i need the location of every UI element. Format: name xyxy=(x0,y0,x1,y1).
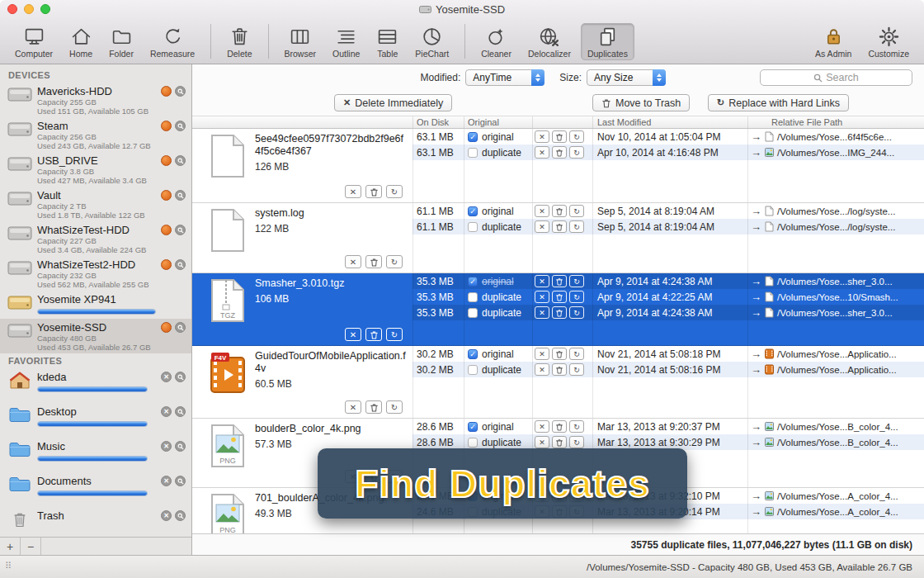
toolbar-item-delocalizer[interactable]: Delocalizer xyxy=(521,23,578,60)
group-hardlink-button[interactable]: ↻ xyxy=(386,400,403,414)
entry-hardlink-button[interactable]: ↻ xyxy=(569,205,584,217)
entry-hardlink-button[interactable]: ↻ xyxy=(569,220,584,233)
entry-trash-button[interactable] xyxy=(552,490,567,502)
group-hardlink-button[interactable]: ↻ xyxy=(386,328,403,341)
remove-badge[interactable]: ✕ xyxy=(161,372,172,382)
original-checkbox[interactable]: ✓ xyxy=(468,222,478,232)
duplicate-entry-row[interactable]: 35.3 MB ✓ duplicate ✕ ↻ Apr 9, 2014 at 4… xyxy=(412,289,924,305)
magnifier-badge[interactable] xyxy=(175,190,186,201)
remove-badge[interactable]: ✕ xyxy=(161,476,172,486)
entry-delete-button[interactable]: ✕ xyxy=(535,306,549,319)
magnifier-badge[interactable] xyxy=(175,406,186,417)
group-trash-button[interactable] xyxy=(365,255,382,268)
toolbar-item-browser[interactable]: Browser xyxy=(278,23,323,60)
entry-trash-button[interactable] xyxy=(552,275,567,287)
entry-trash-button[interactable] xyxy=(552,130,567,143)
busy-badge[interactable] xyxy=(161,155,172,166)
search-input[interactable]: Search xyxy=(760,69,912,86)
duplicate-entry-row[interactable]: 30.2 MB ✓ original ✕ ↻ Nov 21, 2014 at 5… xyxy=(412,346,924,362)
entry-trash-button[interactable] xyxy=(552,220,567,233)
entry-hardlink-button[interactable]: ↻ xyxy=(569,130,584,143)
original-checkbox[interactable]: ✓ xyxy=(468,507,478,517)
duplicate-group-row[interactable]: 63.1 MB ✓ original ✕ ↻ Nov 10, 2014 at 1… xyxy=(192,129,924,203)
group-delete-button[interactable]: ✕ xyxy=(345,328,361,341)
busy-badge[interactable] xyxy=(161,190,172,201)
remove-favorite-button[interactable]: − xyxy=(21,538,41,555)
remove-badge[interactable]: ✕ xyxy=(161,441,172,452)
entry-delete-button[interactable]: ✕ xyxy=(535,130,549,143)
busy-badge[interactable] xyxy=(161,225,172,235)
sidebar-favorite-documents[interactable]: Documents ✕ xyxy=(0,472,191,507)
entry-hardlink-button[interactable]: ↻ xyxy=(569,490,584,502)
duplicate-entry-row[interactable]: 35.3 MB ✓ original ✕ ↻ Apr 9, 2014 at 4:… xyxy=(412,273,924,289)
original-checkbox[interactable]: ✓ xyxy=(468,277,478,287)
sidebar-favorite-kdeda[interactable]: kdeda ✕ xyxy=(0,368,191,403)
add-favorite-button[interactable]: + xyxy=(0,538,21,555)
duplicate-entry-row[interactable]: 61.1 MB ✓ duplicate ✕ ↻ Sep 5, 2014 at 8… xyxy=(412,219,924,235)
entry-trash-button[interactable] xyxy=(552,291,567,303)
entry-delete-button[interactable]: ✕ xyxy=(535,436,549,448)
magnifier-badge[interactable] xyxy=(175,322,186,333)
entry-trash-button[interactable] xyxy=(552,306,567,319)
duplicate-entry-row[interactable]: 35.3 MB ✓ duplicate ✕ ↻ Apr 9, 2014 at 4… xyxy=(412,305,924,320)
duplicate-entry-row[interactable]: 30.2 MB ✓ duplicate ✕ ↻ Nov 21, 2014 at … xyxy=(412,362,924,377)
close-button[interactable] xyxy=(7,4,17,14)
duplicate-entry-row[interactable]: 24.6 MB ✓ original ✕ ↻ Mar 13, 2013 at 9… xyxy=(412,488,924,504)
toolbar-item-outline[interactable]: Outline xyxy=(326,23,366,60)
entry-hardlink-button[interactable]: ↻ xyxy=(569,146,584,159)
entry-trash-button[interactable] xyxy=(552,146,567,159)
original-checkbox[interactable]: ✓ xyxy=(468,292,478,302)
magnifier-badge[interactable] xyxy=(175,155,186,166)
magnifier-badge[interactable] xyxy=(175,441,186,452)
replace-with-hardlinks-button[interactable]: ↻ Replace with Hard Links xyxy=(708,94,849,111)
entry-delete-button[interactable]: ✕ xyxy=(535,490,549,502)
entry-delete-button[interactable]: ✕ xyxy=(535,505,549,518)
entry-hardlink-button[interactable]: ↻ xyxy=(569,420,584,433)
minimize-button[interactable] xyxy=(24,4,34,14)
group-trash-button[interactable] xyxy=(365,185,382,198)
toolbar-item-piechart[interactable]: PieChart xyxy=(408,23,455,60)
original-checkbox[interactable]: ✓ xyxy=(468,148,478,158)
original-checkbox[interactable]: ✓ xyxy=(468,308,478,318)
group-delete-button[interactable]: ✕ xyxy=(345,185,361,198)
duplicate-group-row[interactable]: 35.3 MB ✓ original ✕ ↻ Apr 9, 2014 at 4:… xyxy=(192,273,924,346)
original-checkbox[interactable]: ✓ xyxy=(468,206,478,216)
toolbar-item-cleaner[interactable]: Cleaner xyxy=(474,23,518,60)
entry-trash-button[interactable] xyxy=(552,436,567,448)
group-delete-button[interactable]: ✕ xyxy=(345,255,361,268)
busy-badge[interactable] xyxy=(161,259,172,270)
busy-badge[interactable] xyxy=(161,322,172,333)
sidebar-device-whatsizetest-hdd[interactable]: WhatSizeTest-HDD Capacity 227 GB Used 3.… xyxy=(0,221,191,256)
resize-grip[interactable]: ⠿ xyxy=(5,561,12,571)
duplicate-entry-row[interactable]: 63.1 MB ✓ duplicate ✕ ↻ Apr 10, 2014 at … xyxy=(412,144,924,160)
duplicate-entry-row[interactable]: 28.6 MB ✓ original ✕ ↻ Mar 13, 2013 at 9… xyxy=(412,419,924,434)
sidebar-favorite-trash[interactable]: Trash ✕ xyxy=(0,507,191,532)
duplicate-entry-row[interactable]: 61.1 MB ✓ original ✕ ↻ Sep 5, 2014 at 8:… xyxy=(412,203,924,219)
entry-hardlink-button[interactable]: ↻ xyxy=(569,291,584,303)
original-checkbox[interactable]: ✓ xyxy=(468,438,478,448)
column-header-last-modified[interactable]: Last Modified xyxy=(597,117,651,127)
toolbar-item-table[interactable]: Table xyxy=(370,23,405,60)
group-trash-button[interactable] xyxy=(365,470,382,483)
busy-badge[interactable] xyxy=(161,86,172,97)
entry-trash-button[interactable] xyxy=(552,420,567,433)
toolbar-item-remeasure[interactable]: Remeasure xyxy=(144,23,201,60)
sidebar-device-usb-drive[interactable]: USB_DRIVE Capacity 3.8 GB Used 427 MB, A… xyxy=(0,152,191,187)
original-checkbox[interactable]: ✓ xyxy=(468,132,478,142)
entry-trash-button[interactable] xyxy=(552,205,567,217)
group-delete-button[interactable]: ✕ xyxy=(345,470,361,483)
remove-badge[interactable]: ✕ xyxy=(161,406,172,417)
column-header-path[interactable]: Relative File Path xyxy=(771,117,842,127)
group-hardlink-button[interactable]: ↻ xyxy=(386,185,403,198)
entry-delete-button[interactable]: ✕ xyxy=(535,420,549,433)
entry-hardlink-button[interactable]: ↻ xyxy=(569,363,584,376)
entry-delete-button[interactable]: ✕ xyxy=(535,146,549,159)
remove-badge[interactable]: ✕ xyxy=(161,510,172,521)
magnifier-badge[interactable] xyxy=(175,372,186,382)
entry-delete-button[interactable]: ✕ xyxy=(535,348,549,360)
entry-hardlink-button[interactable]: ↻ xyxy=(569,348,584,360)
group-hardlink-button[interactable]: ↻ xyxy=(386,255,403,268)
entry-delete-button[interactable]: ✕ xyxy=(535,291,549,303)
toolbar-item-customize[interactable]: Customize xyxy=(861,23,916,60)
busy-badge[interactable] xyxy=(161,121,172,131)
